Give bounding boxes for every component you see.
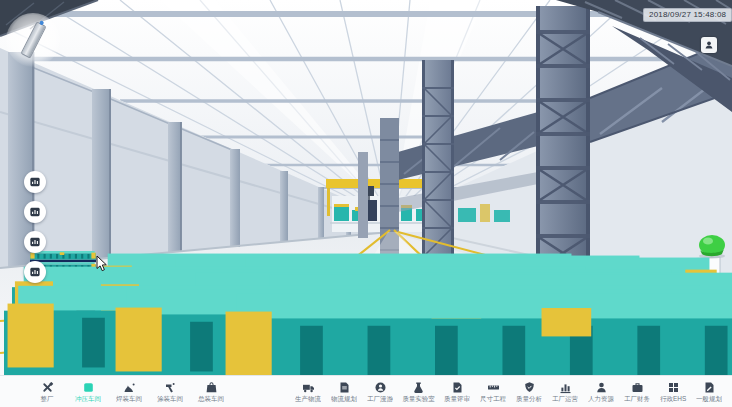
assembly-bag-icon bbox=[205, 381, 218, 394]
module-quality-review[interactable]: 质量评审 bbox=[442, 381, 472, 403]
tab-whole-plant[interactable]: 整厂 bbox=[32, 381, 62, 403]
timestamp-badge: 2018/09/27 15:48:08 bbox=[643, 8, 732, 22]
spray-gun-icon bbox=[164, 381, 177, 394]
document-check-icon bbox=[451, 381, 464, 394]
welding-flame-icon bbox=[123, 381, 136, 394]
person-icon bbox=[595, 381, 608, 394]
pen-logo-icon bbox=[20, 21, 46, 58]
module-admin-ehs[interactable]: 行政EHS bbox=[658, 381, 688, 403]
user-icon bbox=[704, 40, 714, 50]
module-label: 工厂运营 bbox=[552, 395, 578, 402]
module-factory-finance[interactable]: 工厂财务 bbox=[622, 381, 652, 403]
lab-flask-icon bbox=[412, 381, 425, 394]
tab-welding-workshop[interactable]: 焊装车间 bbox=[114, 381, 144, 403]
tab-label: 涂装车间 bbox=[157, 395, 183, 402]
module-label: 质量实验室 bbox=[402, 395, 434, 402]
module-dimension-engineering[interactable]: 尺寸工程 bbox=[478, 381, 508, 403]
timestamp-text: 2018/09/27 15:48:08 bbox=[649, 10, 726, 19]
bar-chart-panel-icon bbox=[29, 176, 41, 188]
module-factory-operations[interactable]: 工厂运营 bbox=[550, 381, 580, 403]
scene-3d-viewport[interactable] bbox=[0, 0, 732, 375]
tab-assembly-workshop[interactable]: 总装车间 bbox=[196, 381, 226, 403]
kpi-panel-button-4[interactable] bbox=[24, 261, 46, 283]
tab-painting-workshop[interactable]: 涂装车间 bbox=[155, 381, 185, 403]
module-button-group: 生产物流 物流规划 工厂漫游 质量实验室 质量评审 尺寸工程 bbox=[293, 381, 724, 403]
bottom-toolbar: 整厂 冲压车间 焊装车间 涂装车间 总装车间 生产物流 bbox=[0, 375, 732, 407]
walkthrough-person-icon bbox=[374, 381, 387, 394]
tab-label: 总装车间 bbox=[198, 395, 224, 402]
module-factory-walkthrough[interactable]: 工厂漫游 bbox=[365, 381, 395, 403]
tab-label: 焊装车间 bbox=[116, 395, 142, 402]
module-label: 质量分析 bbox=[516, 395, 542, 402]
module-label: 行政EHS bbox=[660, 395, 686, 402]
module-label: 工厂漫游 bbox=[367, 395, 393, 402]
workshop-tab-group: 整厂 冲压车间 焊装车间 涂装车间 总装车间 bbox=[32, 381, 226, 403]
user-button[interactable] bbox=[701, 37, 717, 53]
grid-icon bbox=[667, 381, 680, 394]
factory-digital-twin-app: 2018/09/27 15:48:08 整厂 冲压车间 焊装 bbox=[0, 0, 732, 407]
factory-3d-render bbox=[0, 0, 732, 375]
bar-chart-panel-icon bbox=[29, 206, 41, 218]
kpi-panel-button-3[interactable] bbox=[24, 231, 46, 253]
app-logo bbox=[6, 13, 60, 67]
briefcase-icon bbox=[631, 381, 644, 394]
document-pencil-icon bbox=[703, 381, 716, 394]
module-general-planning[interactable]: 一般规划 bbox=[694, 381, 724, 403]
module-quality-lab[interactable]: 质量实验室 bbox=[401, 381, 436, 403]
module-label: 物流规划 bbox=[331, 395, 357, 402]
ruler-icon bbox=[487, 381, 500, 394]
module-label: 质量评审 bbox=[444, 395, 470, 402]
bar-chart-panel-icon bbox=[29, 236, 41, 248]
module-label: 生产物流 bbox=[295, 395, 321, 402]
crossed-tools-icon bbox=[41, 381, 54, 394]
module-human-resources[interactable]: 人力资源 bbox=[586, 381, 616, 403]
kpi-panel-button-1[interactable] bbox=[24, 171, 46, 193]
module-label: 一般规划 bbox=[696, 395, 722, 402]
shield-icon bbox=[523, 381, 536, 394]
bar-chart-panel-icon bbox=[29, 266, 41, 278]
module-logistics-planning[interactable]: 物流规划 bbox=[329, 381, 359, 403]
module-production-logistics[interactable]: 生产物流 bbox=[293, 381, 323, 403]
green-machine bbox=[699, 235, 725, 259]
module-label: 人力资源 bbox=[588, 395, 614, 402]
tab-label: 冲压车间 bbox=[75, 395, 101, 402]
kpi-panel-button-2[interactable] bbox=[24, 201, 46, 223]
die-stacks bbox=[4, 251, 732, 375]
module-label: 工厂财务 bbox=[624, 395, 650, 402]
tab-stamping-workshop[interactable]: 冲压车间 bbox=[73, 381, 103, 403]
tab-label: 整厂 bbox=[41, 395, 54, 402]
bar-chart-icon bbox=[559, 381, 572, 394]
document-icon bbox=[338, 381, 351, 394]
press-square-icon bbox=[82, 381, 95, 394]
module-quality-analysis[interactable]: 质量分析 bbox=[514, 381, 544, 403]
truck-icon bbox=[302, 381, 315, 394]
module-label: 尺寸工程 bbox=[480, 395, 506, 402]
